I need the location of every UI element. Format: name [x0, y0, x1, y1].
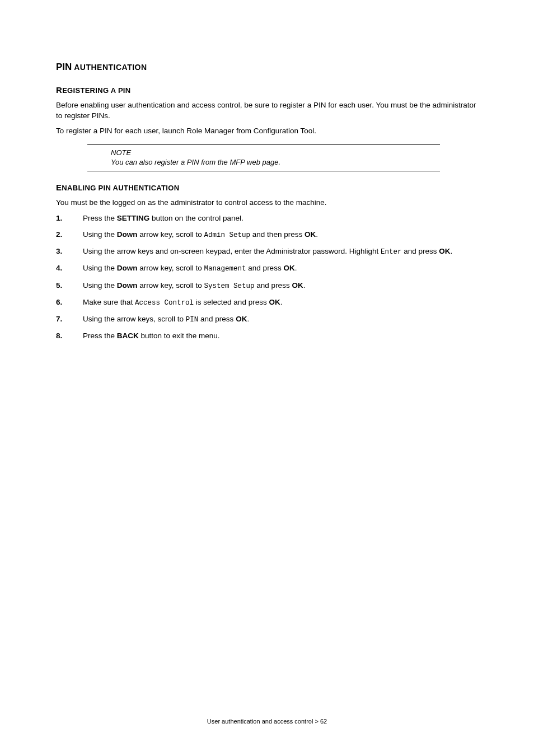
step-num: 2.	[56, 229, 83, 240]
sub2-rest: NABLING	[62, 184, 98, 192]
section-title: PIN AUTHENTICATION	[56, 62, 478, 73]
sub2-strong: PIN	[99, 184, 111, 192]
note-block: NOTE You can also register a PIN from th…	[87, 144, 440, 171]
step-num: 3.	[56, 246, 83, 257]
sub1-rest: EGISTERING A	[62, 86, 118, 95]
step-text: Using the Down arrow key, scroll to Syst…	[83, 280, 478, 291]
step-num: 7.	[56, 314, 83, 325]
sub1-strong: PIN	[118, 86, 131, 95]
step-num: 1.	[56, 213, 83, 224]
paragraph-register-howto: To register a PIN for each user, launch …	[56, 126, 478, 137]
title-rest: AUTHENTICATION	[72, 63, 147, 72]
step-4: 4. Using the Down arrow key, scroll to M…	[56, 263, 478, 274]
step-text: Make sure that Access Control is selecte…	[83, 297, 478, 308]
subheading-registering-pin: REGISTERING A PIN	[56, 85, 478, 95]
title-strong: PIN	[56, 62, 72, 72]
step-text: Press the SETTING button on the control …	[83, 213, 478, 224]
steps-list: 1. Press the SETTING button on the contr…	[56, 213, 478, 342]
paragraph-register-intro: Before enabling user authentication and …	[56, 100, 478, 122]
step-text: Using the Down arrow key, scroll to Admi…	[83, 229, 478, 240]
step-2: 2. Using the Down arrow key, scroll to A…	[56, 229, 478, 240]
note-rule-bottom	[87, 171, 440, 171]
page-footer: User authentication and access control >…	[0, 718, 534, 725]
step-7: 7. Using the arrow keys, scroll to PIN a…	[56, 314, 478, 325]
sub1-first: R	[56, 85, 62, 95]
step-num: 6.	[56, 297, 83, 308]
sub2-first: E	[56, 183, 62, 192]
note-text: You can also register a PIN from the MFP…	[111, 158, 440, 166]
subheading-enabling-pin-auth: ENABLING PIN AUTHENTICATION	[56, 183, 478, 192]
step-6: 6. Make sure that Access Control is sele…	[56, 297, 478, 308]
step-num: 8.	[56, 330, 83, 342]
step-8: 8. Press the BACK button to exit the men…	[56, 330, 478, 342]
note-label: NOTE	[111, 148, 440, 157]
step-text: Press the BACK button to exit the menu.	[83, 330, 478, 342]
step-num: 4.	[56, 263, 83, 274]
step-3: 3. Using the arrow keys and on-screen ke…	[56, 246, 478, 257]
step-5: 5. Using the Down arrow key, scroll to S…	[56, 280, 478, 291]
step-text: Using the arrow keys, scroll to PIN and …	[83, 314, 478, 325]
step-text: Using the arrow keys and on-screen keypa…	[83, 246, 478, 257]
step-1: 1. Press the SETTING button on the contr…	[56, 213, 478, 224]
paragraph-enable-intro: You must be the logged on as the adminis…	[56, 198, 478, 208]
step-num: 5.	[56, 280, 83, 291]
sub2-tail: AUTHENTICATION	[111, 184, 179, 192]
step-text: Using the Down arrow key, scroll to Mana…	[83, 263, 478, 274]
